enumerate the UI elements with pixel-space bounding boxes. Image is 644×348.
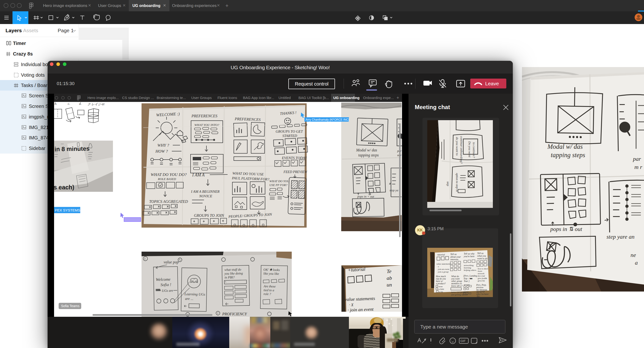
svg-text:GIF: GIF [460,339,466,343]
svg-text:TOPICS AGGREGATED: TOPICS AGGREGATED [149,200,188,204]
svg-text:tied to a: tied to a [264,288,274,292]
svg-text:step yare an: step yare an [606,234,634,240]
svg-text:GROUPS TO JOIN: GROUPS TO JOIN [194,214,224,218]
svg-text:value pop: value pop [164,260,179,264]
svg-text:Tell us: Tell us [477,252,484,254]
svg-text:Welcome: Welcome [156,277,170,282]
svg-text:PEX SYSTEMS INC): PEX SYSTEMS INC) [55,208,89,212]
svg-text:have w/: have w/ [436,280,443,282]
svg-text:Tell us: Tell us [450,253,456,256]
svg-text:like you like: like you like [263,272,279,276]
svg-text:Are these: Are these [263,284,276,288]
svg-text:value statements: value statements [345,296,375,302]
svg-text:my interests: my interests [476,289,487,291]
svg-text:a lot: a lot [439,290,443,293]
svg-text:value statements: value statements [436,263,451,265]
svg-text:Pers. Prep.: Pers. Prep. [476,284,486,286]
svg-text:c.: c. [68,102,70,106]
svg-text:NOVICE: NOVICE [199,194,212,198]
svg-text:about your: about your [450,256,461,258]
svg-text:· network: · network [477,272,484,275]
svg-text:· X: · X [349,303,354,307]
svg-text:· free trial: · free trial [477,275,485,277]
svg-text:Exp. / ■■: Exp. / ■■ [464,277,472,280]
svg-text:interests: interests [450,258,458,261]
svg-text:Tour ]: Tour ] [464,280,470,282]
svg-text:-tutorial: -tutorial [437,253,445,256]
svg-text:· give feedbk: · give feedbk [477,277,487,280]
svg-text:what you: what you [477,254,486,257]
svg-text:step: step [446,182,450,186]
svg-text:to continue?: to continue? [472,142,476,158]
svg-text:I AM A: I AM A [192,172,205,177]
svg-text:PROFICIENCY: PROFICIENCY [222,312,247,316]
svg-text:option to step in: option to step in [455,173,459,192]
svg-text:par: par [632,156,641,162]
svg-text:learning: learning [464,266,471,269]
svg-text:d.: d. [79,102,82,106]
svg-text:Te: Te [387,268,392,274]
svg-text:PREFERENCES: PREFERENCES [191,114,218,118]
svg-text:Do you want: Do you want [468,141,472,158]
svg-text:are ...: are ... [185,296,194,301]
svg-text:· join an event: · join an event [437,268,449,270]
svg-text:m r: m r [634,164,642,170]
svg-text:What do: What do [451,275,459,278]
svg-text:know abt u?: know abt u? [451,285,462,287]
svg-text:a: a [635,260,638,266]
svg-text:want to do: want to do [477,257,487,260]
svg-text:[Pers. Landing: [Pers. Landing [463,275,477,277]
svg-text:· join a group: · join a group [437,270,449,273]
svg-text:USE PP FOR?: USE PP FOR? [269,183,288,187]
svg-text:ROLE BASED: ROLE BASED [158,177,176,181]
svg-text:Etc.: Etc. [476,295,480,297]
svg-text:Sofia !: Sofia ! [160,282,171,287]
svg-text:· join an event: · join an event [348,307,374,313]
svg-text:none: none [438,285,443,288]
svg-text:other group: other group [451,280,462,282]
svg-text:WHAT DO YOU DO?: WHAT DO YOU DO? [151,172,187,177]
svg-text:ne: ne [630,252,636,258]
svg-text:How much: How much [436,275,446,278]
svg-text:continue onboarding?: continue onboarding? [460,136,463,164]
svg-text:role ?: role ? [263,292,271,296]
svg-text:Arry Chanthamaly (KFORCE INC): Arry Chanthamaly (KFORCE INC) [306,118,349,121]
svg-text:in 8 minutes: in 8 minutes [54,145,90,152]
svg-text:· learn: · learn [477,270,482,272]
svg-text:· how to sheet: · how to sheet [477,268,488,270]
svg-text:STARTED: STARTED [282,134,297,138]
svg-text:preview: preview [476,286,484,289]
svg-text:what stuff do: what stuff do [224,268,241,272]
svg-text:WHY ?: WHY ? [158,143,169,148]
svg-text:GROUPS TO GET: GROUPS TO GET [276,130,303,134]
svg-text:b.: b. [54,102,57,106]
svg-text:pops in ⇅ out: pops in ⇅ out [550,226,582,232]
svg-text:exp do you: exp do you [436,278,446,280]
svg-text:you want: you want [451,278,460,280]
svg-text:tapping steps: tapping steps [551,152,585,158]
svg-text:EVENTS TODAY: EVENTS TODAY [282,156,307,160]
svg-text:tapping steps: tapping steps [358,153,379,158]
svg-text:un: un [387,282,392,288]
svg-text:HOW ?: HOW ? [155,149,168,154]
svg-text:a little: a little [438,288,444,290]
svg-text:Modal w/ das: Modal w/ das [356,148,377,152]
svg-text:x product?: x product? [436,282,446,285]
svg-text:Modal w/ das: Modal w/ das [547,143,583,150]
svg-text:step ya: step ya [390,188,398,192]
svg-text:7: 7 [217,312,218,315]
svg-text:FEED PREVIEW: FEED PREVIEW [283,170,308,174]
svg-text:networking: networking [464,264,474,266]
svg-text:you like doing: you like doing [224,271,243,275]
svg-text:s each): s each) [54,184,74,190]
svg-text:do you want to: do you want to [455,137,459,156]
svg-text:members to: members to [451,282,462,285]
svg-text:you're here: you're here [464,255,474,258]
svg-text:ク レイジ-8!: ク レイジ-8! [88,102,105,106]
svg-text:I AM A BEGINNER: I AM A BEGINNER [191,190,220,194]
svg-text:Tell us why: Tell us why [464,252,474,255]
svg-text:UGs are: UGs are [162,289,173,292]
svg-text:ab: ab [387,275,392,281]
svg-text:OK' ✱ looks: OK' ✱ looks [263,268,280,272]
svg-text:pops in + out: pops in + out [357,195,374,198]
